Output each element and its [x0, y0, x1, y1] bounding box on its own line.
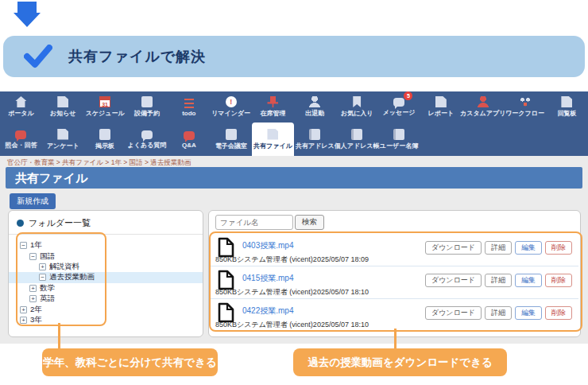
nav-item-reminder[interactable]: !リマインダー: [210, 91, 252, 122]
nav-item-favorites[interactable]: お気に入り: [336, 91, 378, 122]
tree-item[interactable]: −1年: [9, 240, 203, 251]
folder-label[interactable]: 国語: [40, 251, 55, 262]
tree-toggle-icon[interactable]: −: [20, 242, 27, 249]
nav-item-survey[interactable]: アンケート: [42, 122, 84, 156]
conference-room-icon: [226, 129, 237, 140]
download-button[interactable]: ダウンロード: [425, 241, 482, 255]
callout-download: 過去の授業動画をダウンロードできる: [293, 348, 507, 376]
nav-item-report[interactable]: レポート: [420, 91, 462, 122]
file-actions: ダウンロード詳細編集削除: [425, 306, 572, 320]
folder-label[interactable]: 2年: [30, 305, 42, 315]
file-row: 0422授業.mp4850KBシステム管理者 (vicent)2025/05/0…: [211, 299, 578, 331]
folder-panel-header: フォルダー一覧: [9, 211, 203, 235]
detail-button[interactable]: 詳細: [485, 274, 512, 287]
tree-item[interactable]: −過去授業動画: [9, 272, 203, 282]
tree-toggle-icon[interactable]: −: [39, 274, 46, 281]
nav-item-workflow[interactable]: ワークフロー: [504, 91, 546, 122]
delete-button[interactable]: 削除: [545, 306, 572, 320]
download-button[interactable]: ダウンロード: [425, 306, 482, 320]
tree-item[interactable]: +3年: [9, 315, 203, 325]
nav-item-label: レポート: [428, 109, 455, 118]
file-name-link[interactable]: 0415授業.mp4: [242, 273, 293, 284]
workflow-icon: [520, 96, 531, 107]
file-list: 0403授業.mp4850KBシステム管理者 (vicent)2025/05/0…: [211, 234, 578, 331]
search-button[interactable]: 検索: [295, 215, 324, 230]
nav-item-personal-address[interactable]: 個人アドレス帳: [336, 122, 378, 156]
detail-button[interactable]: 詳細: [485, 241, 512, 255]
tree-item[interactable]: −国語: [9, 251, 203, 261]
tree-toggle-icon[interactable]: +: [20, 317, 27, 324]
nav-item-label: 共有アドレス: [296, 142, 335, 150]
nav-item-label: 照会・回答: [5, 141, 37, 150]
nav-item-custom-app[interactable]: カスタムアプリ: [462, 91, 504, 122]
folder-label[interactable]: 過去授業動画: [49, 272, 95, 282]
detail-button[interactable]: 詳細: [485, 306, 512, 320]
nav-item-portal[interactable]: ポータル: [0, 91, 42, 122]
folder-tree: −1年−国語+解説資料−過去授業動画+数学+英語+2年+3年: [9, 235, 203, 325]
download-button[interactable]: ダウンロード: [425, 274, 482, 287]
nav-item-shared-address[interactable]: 共有アドレス: [294, 122, 336, 156]
favorites-icon: [351, 96, 362, 107]
nav-item-user-list[interactable]: ユーザー名簿: [378, 122, 420, 156]
edit-button[interactable]: 編集: [515, 306, 542, 320]
nav-item-todo[interactable]: todo: [168, 91, 210, 122]
nav-item-seat[interactable]: 在席管理: [252, 91, 294, 122]
nav-item-label: 共有ファイル: [253, 142, 292, 150]
nav-item-label: スケジュール: [86, 109, 125, 118]
tree-toggle-icon[interactable]: +: [29, 295, 37, 302]
bullet-icon: [17, 220, 24, 227]
home-icon: [15, 96, 26, 107]
notification-badge: 5: [404, 91, 412, 100]
tree-toggle-icon[interactable]: +: [20, 306, 27, 313]
folder-label[interactable]: 数学: [40, 283, 55, 294]
nav-item-label: Q&A: [182, 142, 196, 149]
nav-item-conference[interactable]: 電子会議室: [210, 122, 252, 156]
tree-toggle-icon[interactable]: +: [39, 263, 46, 270]
file-name-link[interactable]: 0403授業.mp4: [242, 240, 293, 251]
page-title: 共有ファイル: [6, 167, 582, 189]
nav-item-label: 個人アドレス帳: [335, 142, 380, 150]
delete-button[interactable]: 削除: [545, 274, 572, 287]
delete-button[interactable]: 削除: [545, 241, 572, 255]
file-panel: 検索 0403授業.mp4850KBシステム管理者 (vicent)2025/0…: [208, 210, 581, 337]
folder-label[interactable]: 英語: [40, 294, 55, 304]
nav-item-label: よくある質問: [128, 141, 167, 150]
nav-item-schedule[interactable]: 31スケジュール: [84, 91, 126, 122]
bulletin-board-icon: [99, 129, 110, 140]
file-meta: 850KBシステム管理者 (vicent)2025/05/07 18:09: [215, 255, 369, 265]
folder-label[interactable]: 1年: [30, 240, 42, 251]
tree-item[interactable]: +解説資料: [9, 262, 203, 272]
tree-item[interactable]: +数学: [9, 283, 203, 294]
edit-button[interactable]: 編集: [515, 274, 542, 287]
nav-item-inquiry[interactable]: 照会・回答: [0, 122, 42, 156]
nav-item-messages[interactable]: メッセージ5: [378, 91, 420, 122]
nav-item-shared-files[interactable]: 共有ファイル: [252, 122, 294, 156]
nav-item-circular[interactable]: 回覧板: [546, 91, 588, 122]
tree-toggle-icon[interactable]: −: [29, 253, 37, 260]
todo-list-icon: [184, 99, 194, 108]
nav-item-facility[interactable]: 設備予約: [126, 91, 168, 122]
user-list-icon: [393, 129, 404, 140]
file-row: 0403授業.mp4850KBシステム管理者 (vicent)2025/05/0…: [211, 234, 578, 266]
nav-item-qa[interactable]: Q&A: [168, 122, 210, 156]
file-name-link[interactable]: 0422授業.mp4: [242, 305, 293, 317]
nav-item-bulletin[interactable]: 掲示板: [84, 122, 126, 156]
edit-button[interactable]: 編集: [515, 241, 542, 255]
file-name-search-input[interactable]: [215, 215, 293, 230]
nav-item-faq[interactable]: よくある質問: [126, 122, 168, 156]
new-create-button[interactable]: 新規作成: [10, 193, 56, 209]
tree-item[interactable]: +英語: [9, 294, 203, 304]
file-row: 0415授業.mp4850KBシステム管理者 (vicent)2025/05/0…: [211, 266, 578, 299]
tree-toggle-icon[interactable]: +: [29, 285, 37, 292]
tree-item[interactable]: +2年: [9, 304, 203, 314]
nav-item-label: ポータル: [8, 109, 34, 118]
qa-icon: [184, 131, 195, 140]
nav-item-label: リマインダー: [211, 109, 250, 118]
nav-row-2: 照会・回答アンケート掲示板よくある質問Q&A電子会議室共有ファイル共有アドレス個…: [0, 122, 588, 156]
folder-label[interactable]: 解説資料: [49, 262, 79, 272]
inquiry-answer-icon: [15, 130, 26, 139]
nav-item-news[interactable]: お知らせ: [42, 91, 84, 122]
folder-label[interactable]: 3年: [30, 315, 42, 325]
nav-item-attendance[interactable]: 出退勤: [294, 91, 336, 122]
custom-app-icon: [478, 96, 489, 107]
